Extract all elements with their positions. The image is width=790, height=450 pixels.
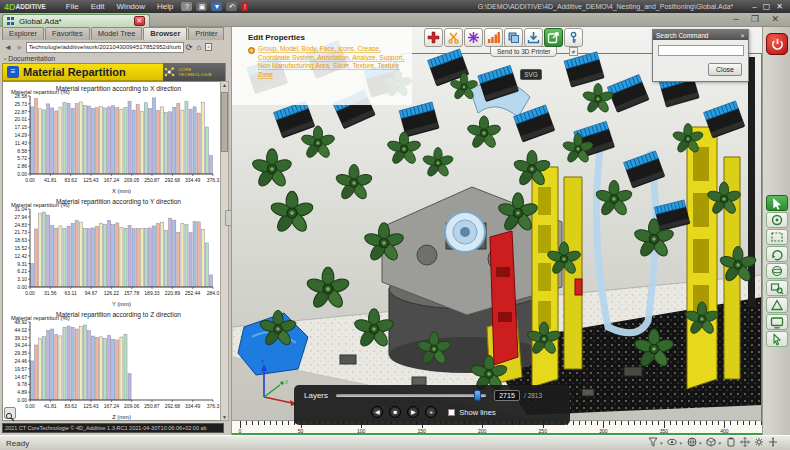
dropdown-caret-icon[interactable]: ▾ [679,440,682,446]
clipboard-icon[interactable] [724,437,738,449]
menu-help[interactable]: Help [157,2,173,11]
move-icon[interactable] [766,437,780,449]
exit-power-button[interactable] [766,33,788,55]
maximize-button[interactable]: ▢ [763,2,771,11]
panel-tab-explorer[interactable]: Explorer [2,27,44,40]
rotation-center-tool[interactable] [766,212,788,228]
search-panel-titlebar[interactable]: Search Command ✕ [653,30,748,40]
copy-button[interactable] [504,28,523,47]
send-to-3d-printer-tab[interactable]: Send to 3D Printer [490,46,557,57]
filter-icon[interactable] [646,437,660,449]
menu-edit[interactable]: Edit [91,2,105,11]
forward-icon[interactable]: ► [16,43,24,52]
pick-tool[interactable] [766,195,788,211]
undo-icon[interactable]: ↶ [226,2,237,11]
browser-scrollbar[interactable]: ▲ ▼ [220,81,229,421]
svg-text:12.42: 12.42 [14,253,27,259]
screenshot-icon[interactable]: ▣ [196,2,207,11]
layers-value[interactable]: 2715 [494,390,520,401]
svg-text:Material repartition according: Material repartition according to Y dire… [56,198,181,206]
svg-text:X (mm): X (mm) [112,188,131,194]
frame-select-tool[interactable] [766,229,788,245]
svg-text:6.21: 6.21 [17,268,27,274]
prev-layer-button[interactable]: ◀ [371,406,383,418]
visibility-icon[interactable] [665,437,679,449]
tab-close-icon[interactable]: ✕ [134,16,145,26]
panel-tab-printer[interactable]: Printer [188,27,224,40]
export-button[interactable] [544,28,563,47]
svg-text:15.52: 15.52 [14,245,27,251]
svg-text:292.68: 292.68 [165,403,181,409]
frame-select-tool-icon [769,230,785,245]
save-icon[interactable]: ▼ [211,2,222,11]
edit-link-line[interactable]: Non Manufacturing Area, Slicer, Texture,… [258,62,412,79]
printer-count-badge[interactable]: # [569,47,578,56]
rotate-view-tool[interactable] [766,246,788,262]
refresh-icon[interactable]: ⟳ [186,43,193,52]
layers-slider[interactable] [336,394,486,397]
notification-icon[interactable]: ! [241,2,248,11]
url-input[interactable] [26,42,184,53]
pan-icon[interactable] [738,437,752,449]
pointer-options-tool[interactable] [766,331,788,347]
pattern-button[interactable] [464,28,483,47]
scrollbar-thumb[interactable] [221,92,228,152]
search-close-icon[interactable]: ✕ [740,32,745,39]
panel-splitter[interactable] [225,210,232,226]
svg-text:4.89: 4.89 [17,389,27,395]
menu-file[interactable]: File [66,2,79,11]
view-mode-icon[interactable] [685,437,699,449]
svg-text:31.04: 31.04 [14,206,27,212]
edit-link-line[interactable]: Coordinate System, Annotation, Analyze, … [258,54,412,63]
step-button[interactable]: + [425,406,437,418]
viewport-3d[interactable]: Edit Properties Group, Model, Body, Face… [232,27,762,435]
left-panel: ExplorerFavoritesModel TreeBrowserPrinte… [0,27,232,435]
statistics-button[interactable] [484,28,503,47]
close-button[interactable]: ✕ [776,2,783,11]
minimize-button[interactable]: – [752,2,756,11]
stop-button[interactable]: ■ [389,406,401,418]
render-mode-icon[interactable] [704,437,718,449]
chart-y-direction: Material repartition according to Y dire… [3,195,221,308]
document-tab[interactable]: Global.Ada* ✕ [2,14,150,27]
svg-text:14.67: 14.67 [14,374,27,380]
play-button[interactable]: ▶ [407,406,419,418]
fit-screen-tool[interactable] [766,314,788,330]
menu-window[interactable]: Window [117,2,145,11]
zoom-window-tool[interactable] [766,280,788,296]
search-command-input[interactable] [658,45,744,56]
perspective-tool[interactable] [766,297,788,313]
show-lines-checkbox[interactable] [448,409,455,416]
scroll-down-icon[interactable]: ▼ [221,414,228,420]
layers-panel: Layers 2715 / 2813 ◀ ■ ▶ + Show lines [294,385,570,425]
panel-tab-browser[interactable]: Browser [143,27,187,40]
download-button[interactable] [524,28,543,47]
panel-tab-favorites[interactable]: Favorites [45,27,90,40]
edit-link-line[interactable]: Group, Model, Body, Face, Icons, Crease, [258,45,412,54]
documentation-link[interactable]: ▪Documentation [4,55,55,62]
add-button[interactable] [424,28,443,47]
ruler-label: 300 [599,428,607,434]
orbit-view-tool[interactable] [766,263,788,279]
ruler-label: 0 [239,428,242,434]
zoom-page-button[interactable] [4,407,16,419]
license-button[interactable] [564,28,583,47]
perspective-tool-icon [769,298,785,313]
help-icon[interactable]: ? [181,2,192,11]
dropdown-caret-icon[interactable]: ▾ [660,440,663,446]
back-icon[interactable]: ◄ [4,43,12,52]
dropdown-caret-icon[interactable]: ▾ [718,440,721,446]
cut-button[interactable] [444,28,463,47]
home-icon[interactable]: ⌂ [197,43,202,52]
child-window-controls[interactable]: – ❐ ✕ [733,14,784,24]
search-close-button[interactable]: Close [708,63,742,76]
dropdown-caret-icon[interactable]: ▾ [699,440,702,446]
settings-icon[interactable] [752,437,766,449]
layers-slider-handle[interactable] [474,390,481,401]
svg-toggle-button[interactable]: SVG [520,69,542,80]
undock-icon[interactable]: ▫ [205,43,211,51]
svg-text:376.3: 376.3 [207,403,220,409]
show-lines-label: Show lines [459,408,495,417]
scroll-up-icon[interactable]: ▲ [221,82,228,88]
panel-tab-model-tree[interactable]: Model Tree [91,27,143,40]
